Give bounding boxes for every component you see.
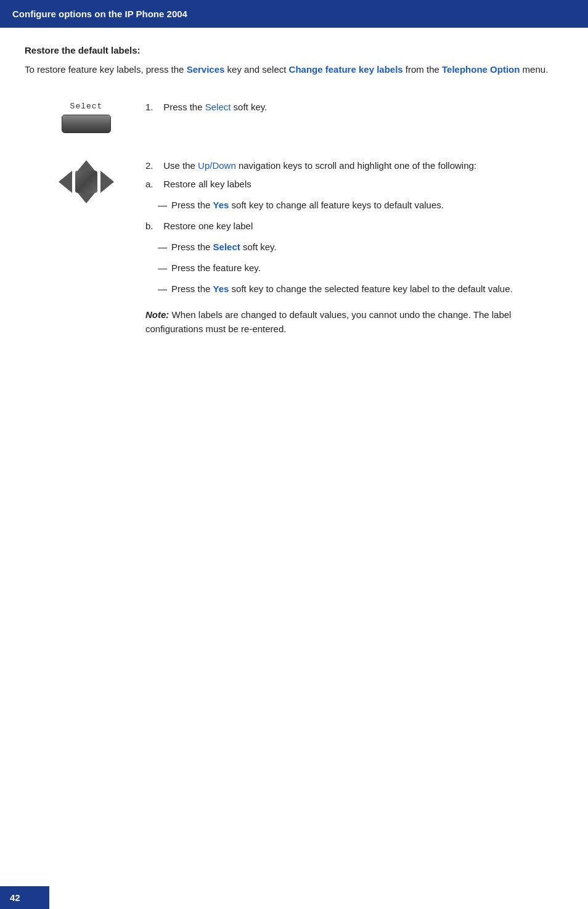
- change-feature-link: Change feature key labels: [289, 64, 403, 75]
- step-1-row: Select 1. Press the Select soft key.: [49, 99, 563, 133]
- note-bold: Note:: [145, 309, 169, 320]
- page-content: Restore the default labels: To restore f…: [0, 45, 588, 361]
- intro-suffix: menu.: [520, 64, 548, 75]
- step-2-text-prefix: Use the: [163, 160, 198, 171]
- yes-highlight-2: Yes: [213, 283, 229, 294]
- nav-left-arrow: [59, 171, 72, 193]
- dash-mark-3: —: [158, 261, 168, 275]
- step-2-highlight: Up/Down: [198, 160, 236, 171]
- step-2-image: [49, 158, 123, 203]
- select-key-label: Select: [70, 102, 103, 111]
- intro-middle1: key and select: [224, 64, 288, 75]
- sub-item-b-text: Restore one key label: [163, 221, 253, 231]
- step-1-content: 1. Press the Select soft key.: [145, 99, 563, 116]
- sub-dash-4-text: Press the Yes soft key to change the sel…: [171, 282, 513, 296]
- intro-middle2: from the: [403, 64, 442, 75]
- dash-mark-2: —: [158, 240, 168, 255]
- nav-key-image: [59, 160, 114, 203]
- sub-item-a-label: a.: [145, 179, 153, 189]
- step-1-image: Select: [49, 99, 123, 133]
- sub-item-a-header: a. Restore all key labels: [145, 177, 563, 192]
- section-title: Restore the default labels:: [25, 45, 563, 55]
- dash-mark-4: —: [158, 282, 168, 296]
- sub-dash-3-text: Press the feature key.: [171, 261, 261, 275]
- services-link: Services: [187, 64, 225, 75]
- step-1-number: 1. Press the Select soft key.: [145, 102, 563, 112]
- yes-highlight-1: Yes: [213, 200, 229, 210]
- steps-area: Select 1. Press the Select soft key.: [25, 99, 563, 336]
- step-1-text-prefix: Press the: [163, 102, 205, 112]
- page-footer: 42: [0, 886, 49, 909]
- step-2-content: 2. Use the Up/Down navigation keys to sc…: [145, 158, 563, 336]
- sub-item-b-label: b.: [145, 221, 153, 231]
- step-2-row: 2. Use the Up/Down navigation keys to sc…: [49, 158, 563, 336]
- page-number: 42: [10, 892, 20, 903]
- sub-item-dash-2: — Press the Select soft key.: [158, 240, 563, 255]
- sub-item-dash-4: — Press the Yes soft key to change the s…: [158, 282, 563, 296]
- sub-list: a. Restore all key labels — Press the Ye…: [145, 177, 563, 336]
- sub-item-a-text: Restore all key labels: [163, 179, 251, 189]
- step-1-highlight: Select: [205, 102, 231, 112]
- select-highlight-2: Select: [213, 242, 240, 252]
- sub-dash-1-text: Press the Yes soft key to change all fea…: [171, 198, 444, 213]
- header-bar: Configure options on the IP Phone 2004: [0, 0, 588, 28]
- nav-right-arrow: [100, 171, 114, 193]
- step-2-number: 2. Use the Up/Down navigation keys to sc…: [145, 160, 563, 171]
- select-key-button-image: [62, 115, 111, 133]
- intro-prefix: To restore feature key labels, press the: [25, 64, 187, 75]
- telephone-option-link: Telephone Option: [442, 64, 520, 75]
- sub-item-dash-1: — Press the Yes soft key to change all f…: [158, 198, 563, 213]
- header-title: Configure options on the IP Phone 2004: [12, 9, 187, 19]
- sub-item-b-header: b. Restore one key label: [145, 219, 563, 234]
- sub-dash-2-text: Press the Select soft key.: [171, 240, 277, 255]
- intro-text: To restore feature key labels, press the…: [25, 63, 563, 77]
- note-text: When labels are changed to default value…: [145, 309, 511, 334]
- note-block: Note: When labels are changed to default…: [145, 308, 563, 336]
- nav-center-key: [75, 171, 97, 193]
- dash-mark-1: —: [158, 198, 168, 213]
- step-2-text-suffix: navigation keys to scroll and highlight …: [236, 160, 476, 171]
- sub-item-dash-3: — Press the feature key.: [158, 261, 563, 275]
- step-1-text-suffix: soft key.: [231, 102, 267, 112]
